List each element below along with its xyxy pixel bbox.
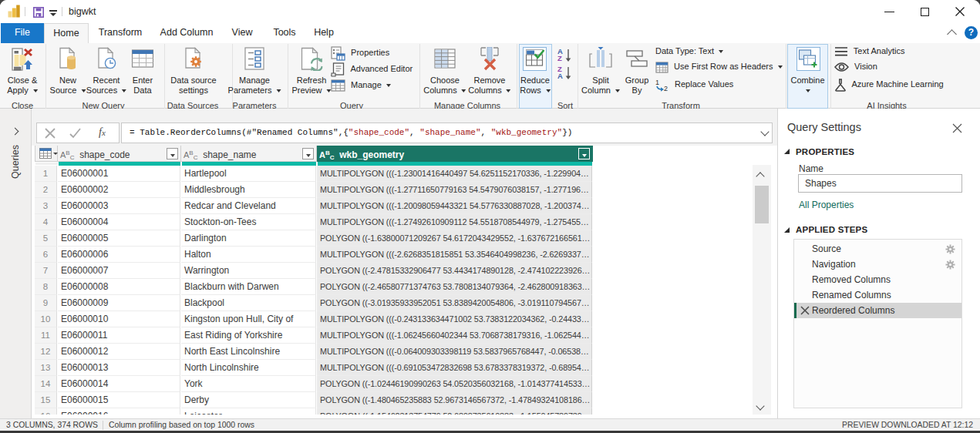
svg-text:1: 1 [655,79,659,86]
svg-text:2: 2 [664,85,668,92]
